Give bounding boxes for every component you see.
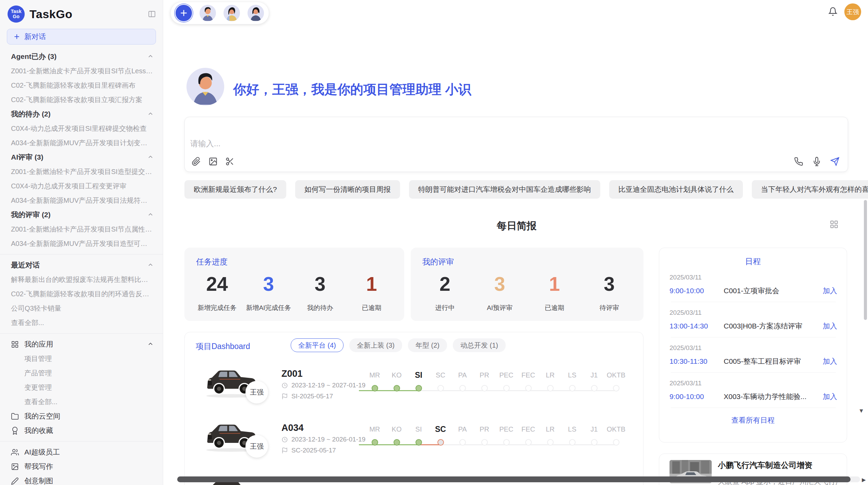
user-avatar[interactable]: 王强 (844, 3, 861, 20)
project-flag-text: SI-2025-05-17 (291, 393, 333, 400)
phone-icon[interactable] (794, 157, 803, 166)
milestone-SI: SI (408, 424, 430, 446)
recent-chat-item[interactable]: C02-飞腾新能源轻客改款项目的闭环通告反馈情况 (0, 287, 163, 301)
milestone-PA: PA (451, 370, 473, 391)
app-sub-item[interactable]: 查看全部... (0, 395, 163, 409)
recent-chat-item[interactable]: 查看全部... (0, 315, 163, 330)
vertical-scrollbar-thumb[interactable] (864, 200, 867, 320)
send-icon[interactable] (830, 157, 840, 166)
sidebar-section-header-0[interactable]: Agent已办 (3) (0, 49, 163, 64)
sidebar-item[interactable]: C02-飞腾新能源轻客改款项目立项汇报方案 (0, 92, 163, 107)
member-avatar[interactable] (200, 5, 216, 21)
clock-icon (281, 436, 288, 443)
sidebar-section-header-recent[interactable]: 最近对话 (0, 258, 163, 272)
milestone-MR: MR (364, 424, 386, 446)
suggestion-chips: 欧洲新规最近颁布了什么?如何写一份清晰的项目周报特朗普可能对进口汽车增税会对中国… (184, 180, 868, 199)
project-flag-text: SC-2025-05-17 (291, 447, 336, 454)
sidebar-item-label: 帮我写作 (24, 462, 53, 471)
plus-icon (13, 33, 20, 40)
chevron-up-icon (147, 53, 154, 60)
member-avatar[interactable] (248, 5, 264, 21)
app-sub-item[interactable]: 产品管理 (0, 366, 163, 380)
milestone-label: SC (430, 424, 451, 434)
sidebar-section-header-2[interactable]: AI评审 (3) (0, 150, 163, 164)
chevron-up-icon (147, 262, 154, 269)
milestone-J1: J1 (583, 424, 605, 446)
sidebar-tool-item[interactable]: AI超级员工 (0, 445, 163, 459)
apps-grid-icon (11, 340, 19, 348)
join-button[interactable]: 加入 (823, 392, 837, 401)
suggestion-chip[interactable]: 特朗普可能对进口汽车增税会对中国车企造成哪些影响 (409, 180, 600, 199)
member-avatar[interactable] (224, 5, 240, 21)
horizontal-scrollbar-thumb[interactable] (177, 476, 851, 482)
sidebar-item-my-apps[interactable]: 我的应用 (0, 337, 163, 351)
scroll-right-icon[interactable]: ▶ (862, 477, 866, 483)
sidebar-item[interactable]: Z001-全新燃油轻卡产品开发项目SI节点属性5D文件评审 (0, 222, 163, 236)
schedule-event: 2025/03/119:00-10:00X003-车辆动力学性能验...加入 (659, 373, 847, 408)
sidebar-item[interactable]: 我的收藏 (0, 423, 163, 438)
milestone-SC: SC (430, 370, 451, 391)
suggestion-chip[interactable]: 如何写一份清晰的项目周报 (295, 180, 400, 199)
message-input[interactable]: 请输入... (184, 117, 848, 172)
notification-bell-icon[interactable] (828, 7, 837, 16)
sidebar-item[interactable]: C0X4-动力总成开发项目工程变更评审 (0, 179, 163, 193)
view-all-schedule-link[interactable]: 查看所有日程 (659, 415, 847, 425)
scroll-down-icon[interactable]: ▼ (858, 408, 864, 414)
sidebar-section-header-3[interactable]: 我的评审 (2) (0, 208, 163, 222)
milestone-PEC: PEC (495, 424, 517, 446)
sidebar-item[interactable]: A034-全新新能源MUV产品开发项目计划变更表编写 (0, 136, 163, 150)
chevron-up-icon (147, 341, 154, 348)
horizontal-scrollbar[interactable] (177, 476, 860, 482)
sidebar-item[interactable]: Z001-全新燃油轻卡产品开发项目SI造型提交物评审 (0, 164, 163, 179)
dashboard-filter-pill[interactable]: 全新上装 (3) (349, 338, 402, 352)
sidebar: Task Go TaskGo 新对话 Agent已办 (3)Z001-全新燃油皮… (0, 0, 163, 485)
sidebar-tool-item[interactable]: 创意制图 (0, 474, 163, 485)
sidebar-item[interactable]: C0X4-动力总成开发项目SI里程碑提交物检查 (0, 121, 163, 136)
milestone-dot (547, 439, 554, 446)
milestone-OKTB: OKTB (605, 424, 627, 446)
stat-item: 1已逾期 (346, 273, 397, 312)
milestone-PA: PA (451, 424, 473, 446)
join-button[interactable]: 加入 (823, 321, 837, 331)
sidebar-item[interactable]: 我的云空间 (0, 409, 163, 423)
add-member-button[interactable] (176, 5, 192, 21)
suggestion-chip[interactable]: 比亚迪全固态电池计划具体说了什么 (609, 180, 743, 199)
dashboard-filter-pill[interactable]: 动总开发 (1) (453, 338, 506, 352)
dashboard-title: 项目Dashboard (196, 341, 250, 352)
milestone-dot (372, 385, 378, 391)
sidebar-item[interactable]: A034-全新新能源MUV产品开发项目造型可行性评审 (0, 236, 163, 251)
recent-chat-item[interactable]: 解释最新出台的欧盟报废车法规再生塑料比例被调至15%... (0, 272, 163, 287)
image-icon[interactable] (208, 157, 218, 166)
dashboard-filter-pill[interactable]: 全新平台 (4) (291, 338, 343, 352)
section-header-label: Agent已办 (3) (11, 52, 57, 61)
app-sub-item[interactable]: 变更管理 (0, 380, 163, 395)
schedule-title: 日程 (659, 248, 847, 267)
project-row-Z001[interactable]: 王强Z0012023-12-19 ~ 2027-01-19SI-2025-05-… (185, 360, 643, 414)
sidebar-tool-item[interactable]: 帮我写作 (0, 459, 163, 474)
milestone-SI: SI (408, 370, 430, 391)
recent-chat-item[interactable]: 公司Q3轻卡销量 (0, 301, 163, 315)
layout-grid-icon[interactable] (830, 220, 839, 229)
milestone-dot (437, 385, 444, 391)
stat-value: 1 (527, 273, 582, 295)
app-sub-item[interactable]: 项目管理 (0, 351, 163, 366)
paperclip-icon[interactable] (192, 157, 201, 166)
sidebar-item[interactable]: A034-全新新能源MUV产品开发项目法规符合性评审 (0, 193, 163, 208)
join-button[interactable]: 加入 (823, 357, 837, 366)
project-row-A034[interactable]: 王强A0342023-12-19 ~ 2026-01-19SC-2025-05-… (185, 414, 643, 468)
sidebar-item[interactable]: Z001-全新燃油皮卡产品开发项目SI节点Lesson Learn报告 (0, 64, 163, 78)
suggestion-chip[interactable]: 欧洲新规最近颁布了什么? (184, 180, 286, 199)
scissors-icon[interactable] (225, 157, 234, 166)
stat-card: 任务进度24新增完成任务3新增AI完成任务3我的待办1已逾期 (184, 248, 404, 321)
microphone-icon[interactable] (812, 157, 821, 166)
sidebar-section-header-1[interactable]: 我的待办 (2) (0, 107, 163, 121)
new-chat-button[interactable]: 新对话 (7, 29, 156, 45)
join-button[interactable]: 加入 (823, 286, 837, 296)
dashboard-filter-pill[interactable]: 年型 (2) (408, 338, 447, 352)
milestone-FEC: FEC (517, 424, 539, 446)
sidebar-item[interactable]: C02-飞腾新能源轻客改款项目里程碑画布 (0, 78, 163, 92)
sidebar-collapse-icon[interactable] (148, 10, 156, 18)
section-header-label: 我的评审 (2) (11, 210, 51, 220)
app-logo: Task Go (8, 5, 25, 23)
suggestion-chip[interactable]: 当下年轻人对汽车外观有怎样的喜好趋势 (752, 180, 868, 199)
